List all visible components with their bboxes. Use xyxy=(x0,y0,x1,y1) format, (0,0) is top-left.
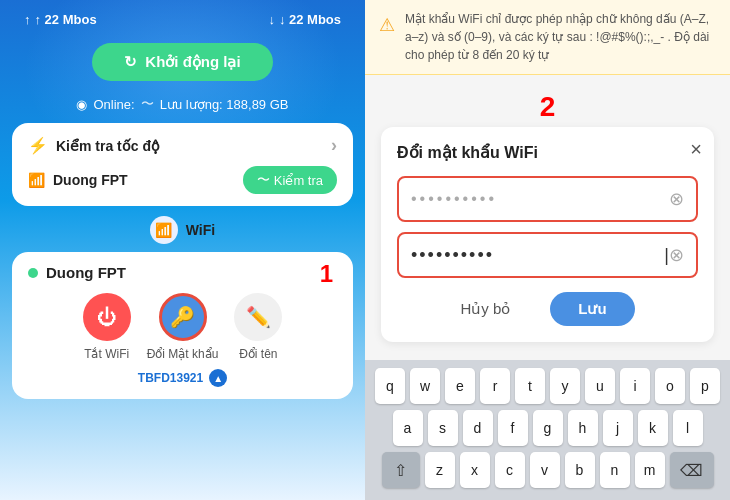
close-dialog-button[interactable]: × xyxy=(690,139,702,159)
duong-fpt-title: Duong FPT xyxy=(28,264,337,281)
step2-number: 2 xyxy=(381,91,714,123)
old-password-input[interactable]: •••••••••• ⊗ xyxy=(397,176,698,222)
change-name-label: Đổi tên xyxy=(239,347,277,361)
key-w[interactable]: w xyxy=(410,368,440,404)
change-password-button[interactable]: 🔑 Đổi Mật khẩu xyxy=(147,293,219,361)
dialog-box: Đổi mật khẩu WiFi × •••••••••• ⊗ •••••••… xyxy=(381,127,714,342)
green-dot-icon xyxy=(28,268,38,278)
speed-test-card: ⚡ Kiểm tra tốc độ › 📶 Duong FPT 〜 Kiểm t… xyxy=(12,123,353,206)
dialog-title: Đổi mật khẩu WiFi xyxy=(397,143,698,162)
wifi-name-label: Duong FPT xyxy=(53,172,128,188)
key-l[interactable]: l xyxy=(673,410,703,446)
wifi-name-row: 📶 Duong FPT xyxy=(28,172,128,188)
data-label: Lưu lượng: 188,89 GB xyxy=(160,97,289,112)
key-u[interactable]: u xyxy=(585,368,615,404)
online-circle-icon: ◉ xyxy=(76,97,87,112)
download-speed: ↓ ↓ 22 Mbos xyxy=(268,12,341,27)
new-password-input[interactable]: •••••••••• | ⊗ xyxy=(397,232,698,278)
key-v[interactable]: v xyxy=(530,452,560,488)
keyboard-row-3: ⇧ z x c v b n m ⌫ xyxy=(369,452,726,488)
upload-speed: ↑ ↑ 22 Mbos xyxy=(24,12,97,27)
key-n[interactable]: n xyxy=(600,452,630,488)
check-label: Kiểm tra xyxy=(274,173,323,188)
key-o[interactable]: o xyxy=(655,368,685,404)
upload-arrow-icon: ↑ xyxy=(24,12,31,27)
download-arrow-icon: ↓ xyxy=(268,12,275,27)
backspace-key[interactable]: ⌫ xyxy=(670,452,714,488)
dialog-actions: Hủy bỏ Lưu xyxy=(397,292,698,326)
wave-small-icon: 〜 xyxy=(257,171,270,189)
warning-banner: ⚠ Mật khẩu WiFi chỉ được phép nhập chữ k… xyxy=(365,0,730,75)
key-r[interactable]: r xyxy=(480,368,510,404)
wifi-section-row: 📶 WiFi xyxy=(150,216,215,244)
key-k[interactable]: k xyxy=(638,410,668,446)
online-label: Online: xyxy=(93,97,134,112)
edit-icon: ✏️ xyxy=(234,293,282,341)
key-f[interactable]: f xyxy=(498,410,528,446)
key-p[interactable]: p xyxy=(690,368,720,404)
key-y[interactable]: y xyxy=(550,368,580,404)
clear-new-password-icon[interactable]: ⊗ xyxy=(669,244,684,266)
key-j[interactable]: j xyxy=(603,410,633,446)
warning-text: Mật khẩu WiFi chỉ được phép nhập chữ khô… xyxy=(405,10,716,64)
change-pw-label: Đổi Mật khẩu xyxy=(147,347,219,361)
left-panel: ↑ ↑ 22 Mbos ↓ ↓ 22 Mbos ↻ Khởi động lại … xyxy=(0,0,365,500)
duong-fpt-card: Duong FPT 1 ⏻ Tắt WiFi 🔑 Đổi Mật khẩu ✏️… xyxy=(12,252,353,399)
power-icon: ⏻ xyxy=(83,293,131,341)
clear-old-password-icon[interactable]: ⊗ xyxy=(669,188,684,210)
save-button[interactable]: Lưu xyxy=(550,292,634,326)
speed-row: ↑ ↑ 22 Mbos ↓ ↓ 22 Mbos xyxy=(0,0,365,27)
turn-off-wifi-button[interactable]: ⏻ Tắt WiFi xyxy=(83,293,131,361)
device-id-label: TBFD13921 xyxy=(138,371,203,385)
key-t[interactable]: t xyxy=(515,368,545,404)
key-b[interactable]: b xyxy=(565,452,595,488)
upload-speed-label: ↑ 22 Mbos xyxy=(35,12,97,27)
wifi-row: 📶 Duong FPT 〜 Kiểm tra xyxy=(28,166,337,194)
right-panel: ⚠ Mật khẩu WiFi chỉ được phép nhập chữ k… xyxy=(365,0,730,500)
duong-fpt-label: Duong FPT xyxy=(46,264,126,281)
shift-key[interactable]: ⇧ xyxy=(382,452,420,488)
key-d[interactable]: d xyxy=(463,410,493,446)
step1-number: 1 xyxy=(320,260,333,288)
speed-test-row[interactable]: ⚡ Kiểm tra tốc độ › xyxy=(28,135,337,156)
restart-button[interactable]: ↻ Khởi động lại xyxy=(92,43,272,81)
chevron-right-icon: › xyxy=(331,135,337,156)
new-password-dots: •••••••••• xyxy=(411,245,663,266)
chevron-up-icon: ▲ xyxy=(209,369,227,387)
speed-test-label: Kiểm tra tốc độ xyxy=(56,138,160,154)
restart-icon: ↻ xyxy=(124,53,137,71)
key-x[interactable]: x xyxy=(460,452,490,488)
close-icon: × xyxy=(690,138,702,160)
wifi-section-icon: 📶 xyxy=(150,216,178,244)
key-q[interactable]: q xyxy=(375,368,405,404)
cancel-button[interactable]: Hủy bỏ xyxy=(460,300,510,318)
dialog-area: 2 Đổi mật khẩu WiFi × •••••••••• ⊗ •••••… xyxy=(365,75,730,360)
key-i[interactable]: i xyxy=(620,368,650,404)
keyboard-row-2: a s d f g h j k l xyxy=(369,410,726,446)
wifi-signal-icon: 📶 xyxy=(28,172,45,188)
change-name-button[interactable]: ✏️ Đổi tên xyxy=(234,293,282,361)
check-button[interactable]: 〜 Kiểm tra xyxy=(243,166,337,194)
restart-label: Khởi động lại xyxy=(145,53,240,71)
keyboard-row-1: q w e r t y u i o p xyxy=(369,368,726,404)
key-z[interactable]: z xyxy=(425,452,455,488)
old-password-dots: •••••••••• xyxy=(411,190,669,208)
keyboard-area: q w e r t y u i o p a s d f g h j k l ⇧ … xyxy=(365,360,730,500)
key-c[interactable]: c xyxy=(495,452,525,488)
download-speed-label: ↓ 22 Mbos xyxy=(279,12,341,27)
action-buttons: ⏻ Tắt WiFi 🔑 Đổi Mật khẩu ✏️ Đổi tên xyxy=(28,293,337,361)
online-row: ◉ Online: 〜 Lưu lượng: 188,89 GB xyxy=(76,95,288,113)
key-e[interactable]: e xyxy=(445,368,475,404)
key-icon: 🔑 xyxy=(159,293,207,341)
turn-off-label: Tắt WiFi xyxy=(84,347,129,361)
lightning-icon: ⚡ xyxy=(28,136,48,155)
key-g[interactable]: g xyxy=(533,410,563,446)
device-id-row: TBFD13921 ▲ xyxy=(28,369,337,387)
key-s[interactable]: s xyxy=(428,410,458,446)
key-a[interactable]: a xyxy=(393,410,423,446)
wave-icon: 〜 xyxy=(141,95,154,113)
wifi-section-label: WiFi xyxy=(186,222,215,238)
key-h[interactable]: h xyxy=(568,410,598,446)
key-m[interactable]: m xyxy=(635,452,665,488)
warning-icon: ⚠ xyxy=(379,12,395,64)
